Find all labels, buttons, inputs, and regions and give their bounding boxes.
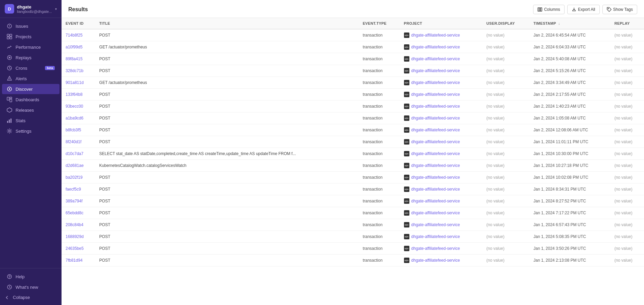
svg-rect-18 <box>9 119 10 123</box>
sidebar-item-releases[interactable]: Releases <box>2 105 59 115</box>
project-icon: </> <box>404 127 409 133</box>
event-type-value: transaction <box>363 139 383 144</box>
event-id-link[interactable]: 7fb81d94 <box>66 258 82 263</box>
project-link[interactable]: dhgate-affiliatefeed-service <box>411 234 460 239</box>
event-id-link[interactable]: 901a811d <box>66 80 84 85</box>
cell-timestamp: Jan 1, 2024 10:27:18 PM UTC <box>529 160 610 172</box>
performance-icon <box>7 44 12 50</box>
sidebar-item-help[interactable]: Help <box>2 271 59 282</box>
project-link[interactable]: dhgate-affiliatefeed-service <box>411 45 460 49</box>
export-all-button[interactable]: Export All <box>567 5 600 14</box>
col-user-display[interactable]: USER.DISPLAY <box>482 18 529 29</box>
cell-user-display: (no value) <box>482 231 529 243</box>
sidebar-item-projects[interactable]: Projects <box>2 31 59 42</box>
event-id-link[interactable]: 389a794f <box>66 199 82 203</box>
org-header[interactable]: D dhgate liangbodlz@dhgate... ▾ <box>0 0 62 18</box>
user-display-value: (no value) <box>486 258 504 263</box>
cell-timestamp: Jan 1, 2024 8:34:31 PM UTC <box>529 183 610 195</box>
event-id-link[interactable]: 8f240d1f <box>66 139 81 144</box>
project-link[interactable]: dhgate-affiliatefeed-service <box>411 211 460 215</box>
project-link[interactable]: dhgate-affiliatefeed-service <box>411 80 460 85</box>
replay-value: (no value) <box>614 80 632 85</box>
col-title[interactable]: TITLE <box>95 18 359 29</box>
user-display-value: (no value) <box>486 116 504 121</box>
project-link[interactable]: dhgate-affiliatefeed-service <box>411 199 460 203</box>
col-project[interactable]: PROJECT <box>400 18 482 29</box>
col-timestamp[interactable]: TIMESTAMP ↓ <box>529 18 610 29</box>
cell-title: GET /actuator/prometheus <box>95 41 359 53</box>
table-row: 89f8a415 POST transaction </> dhgate-aff… <box>62 53 644 65</box>
sidebar-item-issues[interactable]: Issues <box>2 21 59 31</box>
sidebar-item-performance[interactable]: Performance <box>2 42 59 52</box>
project-link[interactable]: dhgate-affiliatefeed-service <box>411 116 460 121</box>
project-link[interactable]: dhgate-affiliatefeed-service <box>411 187 460 192</box>
cell-timestamp: Jan 1, 2024 11:01:11 PM UTC <box>529 136 610 148</box>
project-link[interactable]: dhgate-affiliatefeed-service <box>411 92 460 97</box>
columns-button[interactable]: Columns <box>533 5 564 14</box>
event-id-link[interactable]: 133f64b8 <box>66 92 82 97</box>
sidebar-item-settings[interactable]: Settings <box>2 126 59 136</box>
project-link[interactable]: dhgate-affiliatefeed-service <box>411 128 460 132</box>
title-text: POST <box>99 175 111 180</box>
sidebar-item-alerts[interactable]: Alerts <box>2 73 59 84</box>
project-cell-inner: </> dhgate-affiliatefeed-service <box>404 258 478 263</box>
project-link[interactable]: dhgate-affiliatefeed-service <box>411 222 460 227</box>
table-row: 208c84b4 POST transaction </> dhgate-aff… <box>62 219 644 231</box>
event-id-link[interactable]: 714b8f25 <box>66 33 82 38</box>
project-link[interactable]: dhgate-affiliatefeed-service <box>411 163 460 168</box>
collapse-button[interactable]: Collapse <box>0 292 62 302</box>
project-link[interactable]: dhgate-affiliatefeed-service <box>411 175 460 180</box>
replay-value: (no value) <box>614 234 632 239</box>
col-replay[interactable]: REPLAY <box>610 18 644 29</box>
export-all-label: Export All <box>578 7 595 12</box>
sidebar-item-discover[interactable]: Discover <box>2 84 59 94</box>
event-id-link[interactable]: 328dc71b <box>66 68 84 73</box>
project-link[interactable]: dhgate-affiliatefeed-service <box>411 258 460 263</box>
event-id-link[interactable]: a1ba9cd6 <box>66 116 84 121</box>
project-icon: </> <box>404 32 409 38</box>
event-id-link[interactable]: 65ebdd8c <box>66 211 84 215</box>
cell-event-id: 714b8f25 <box>62 29 95 41</box>
cell-user-display: (no value) <box>482 160 529 172</box>
event-id-link[interactable]: a10f99d5 <box>66 45 82 49</box>
project-link[interactable]: dhgate-affiliatefeed-service <box>411 151 460 156</box>
event-id-link[interactable]: d10c7da7 <box>66 151 84 156</box>
sidebar-item-crons[interactable]: Crons beta <box>2 63 59 73</box>
cell-title: POST <box>95 243 359 255</box>
event-id-link[interactable]: faecf5c9 <box>66 187 81 192</box>
cell-timestamp: Jan 2, 2024 5:15:26 AM UTC <box>529 65 610 77</box>
project-link[interactable]: dhgate-affiliatefeed-service <box>411 68 460 73</box>
event-id-link[interactable]: 24635be5 <box>66 246 84 251</box>
timestamp-value: Jan 1, 2024 5:08:35 PM UTC <box>533 234 586 239</box>
cell-project: </> dhgate-affiliatefeed-service <box>400 183 482 195</box>
event-id-link[interactable]: 89f8a415 <box>66 57 82 61</box>
event-id-link[interactable]: 1688929d <box>66 234 84 239</box>
event-id-link[interactable]: b8fcb3f5 <box>66 128 81 132</box>
project-link[interactable]: dhgate-affiliatefeed-service <box>411 104 460 109</box>
sidebar-item-stats[interactable]: Stats <box>2 115 59 126</box>
col-event-id[interactable]: EVENT ID <box>62 18 95 29</box>
col-event-type[interactable]: EVENT.TYPE <box>359 18 400 29</box>
project-link[interactable]: dhgate-affiliatefeed-service <box>411 139 460 144</box>
event-id-link[interactable]: d2d681ae <box>66 163 84 168</box>
user-display-value: (no value) <box>486 92 504 97</box>
event-id-link[interactable]: ba202f19 <box>66 175 82 180</box>
event-id-link[interactable]: 93becc00 <box>66 104 83 109</box>
user-display-value: (no value) <box>486 187 504 192</box>
cell-project: </> dhgate-affiliatefeed-service <box>400 89 482 101</box>
project-link[interactable]: dhgate-affiliatefeed-service <box>411 246 460 251</box>
cell-replay: (no value) <box>610 195 644 207</box>
sidebar-item-whats-new[interactable]: What's new <box>2 282 59 292</box>
cell-replay: (no value) <box>610 183 644 195</box>
project-link[interactable]: dhgate-affiliatefeed-service <box>411 33 460 38</box>
project-cell-inner: </> dhgate-affiliatefeed-service <box>404 56 478 62</box>
sidebar-item-dashboards[interactable]: Dashboards <box>2 94 59 105</box>
user-display-value: (no value) <box>486 104 504 109</box>
project-link[interactable]: dhgate-affiliatefeed-service <box>411 57 460 61</box>
project-icon: </> <box>404 68 409 73</box>
user-display-value: (no value) <box>486 45 504 49</box>
event-id-link[interactable]: 208c84b4 <box>66 222 84 227</box>
table-row: ba202f19 POST transaction </> dhgate-aff… <box>62 172 644 183</box>
show-tags-button[interactable]: Show Tags <box>602 5 637 14</box>
sidebar-item-replays[interactable]: Replays <box>2 52 59 63</box>
